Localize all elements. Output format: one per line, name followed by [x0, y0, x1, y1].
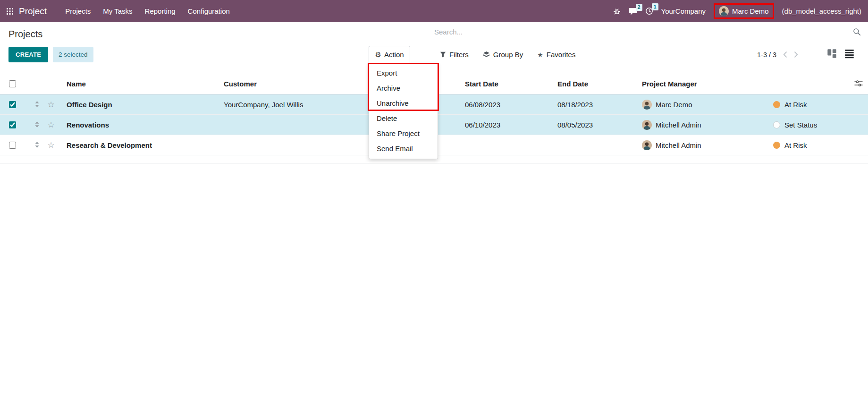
optional-columns-icon[interactable]	[854, 80, 863, 88]
column-header-start-date[interactable]: Start Date	[465, 80, 557, 88]
column-header-name[interactable]: Name	[58, 80, 224, 88]
activities-icon[interactable]: 1	[645, 7, 653, 15]
search-icon[interactable]	[851, 28, 863, 36]
action-export[interactable]: Export	[369, 66, 438, 81]
status-dot[interactable]	[773, 121, 780, 128]
menu-my-tasks[interactable]: My Tasks	[97, 0, 138, 22]
drag-handle-icon[interactable]	[35, 101, 39, 109]
action-dropdown-menu: Export Archive Unarchive Delete Share Pr…	[369, 63, 438, 159]
pager-next-icon[interactable]	[794, 51, 798, 58]
status-label[interactable]: At Risk	[784, 141, 807, 149]
favorite-star-icon[interactable]	[47, 120, 54, 130]
project-start-date: 06/10/2023	[465, 121, 557, 129]
favorite-star-icon[interactable]	[47, 140, 54, 150]
project-end-date: 08/18/2023	[557, 101, 642, 109]
action-unarchive[interactable]: Unarchive	[369, 96, 438, 111]
action-share-project[interactable]: Share Project	[369, 126, 438, 141]
filter-funnel-icon	[440, 51, 446, 58]
project-start-date: 06/08/2023	[465, 101, 557, 109]
list-view-icon[interactable]	[844, 49, 854, 59]
topbar-right-cluster: 2 1 YourCompany Marc Demo (db_model_acce…	[613, 3, 861, 19]
company-switcher[interactable]: YourCompany	[661, 7, 706, 15]
action-menu-button[interactable]: Action	[369, 46, 410, 63]
bug-icon[interactable]	[613, 8, 621, 15]
status-dot[interactable]	[773, 142, 780, 149]
menu-configuration[interactable]: Configuration	[182, 0, 236, 22]
row-checkbox[interactable]	[9, 142, 16, 149]
search-bar	[434, 25, 863, 39]
drag-handle-icon[interactable]	[35, 141, 39, 149]
group-by-button[interactable]: Group By	[483, 51, 523, 59]
selected-count-badge[interactable]: 2 selected	[53, 47, 93, 62]
menu-projects[interactable]: Projects	[59, 0, 97, 22]
page-title: Projects	[8, 29, 42, 40]
manager-name: Mitchell Admin	[656, 121, 701, 129]
favorites-star-icon	[537, 51, 543, 59]
gear-icon	[375, 51, 381, 59]
pager-previous-icon[interactable]	[783, 51, 787, 58]
row-checkbox[interactable]	[9, 101, 16, 108]
favorite-star-icon[interactable]	[47, 100, 54, 110]
user-name: Marc Demo	[732, 7, 769, 15]
column-header-project-manager[interactable]: Project Manager	[642, 80, 773, 88]
manager-avatar-icon	[642, 140, 652, 150]
kanban-view-icon[interactable]	[827, 49, 837, 59]
db-label: (db_model_access_right)	[782, 7, 861, 15]
drag-handle-icon[interactable]	[35, 121, 39, 129]
app-title[interactable]: Project	[19, 6, 47, 17]
action-delete[interactable]: Delete	[369, 111, 438, 126]
favorites-button[interactable]: Favorites	[537, 51, 575, 59]
manager-avatar-icon	[642, 100, 652, 110]
action-label: Action	[384, 51, 404, 59]
project-name: Renovations	[58, 121, 224, 129]
create-button[interactable]: CREATE	[8, 47, 48, 62]
activities-badge: 1	[652, 3, 658, 10]
menu-reporting[interactable]: Reporting	[139, 0, 182, 22]
project-name: Office Design	[58, 101, 224, 109]
status-label[interactable]: At Risk	[784, 101, 807, 109]
manager-avatar-icon	[642, 120, 652, 130]
top-navbar: Project Projects My Tasks Reporting Conf…	[0, 0, 868, 22]
select-all-checkbox[interactable]	[9, 80, 16, 87]
main-menu: Projects My Tasks Reporting Configuratio…	[59, 0, 236, 22]
pager: 1-3 / 3	[757, 46, 798, 63]
status-dot[interactable]	[773, 101, 780, 108]
user-menu[interactable]: Marc Demo	[714, 3, 774, 19]
messages-badge: 2	[636, 4, 642, 11]
apps-grid-icon[interactable]	[7, 8, 13, 15]
row-checkbox[interactable]	[9, 121, 16, 128]
project-end-date: 08/05/2023	[557, 121, 642, 129]
view-switcher	[827, 49, 854, 59]
filters-button[interactable]: Filters	[440, 51, 469, 59]
pager-range: 1-3 / 3	[757, 51, 776, 59]
status-label[interactable]: Set Status	[784, 121, 817, 129]
project-name: Research & Development	[58, 141, 224, 149]
action-send-email[interactable]: Send Email	[369, 141, 438, 156]
manager-name: Marc Demo	[656, 101, 692, 109]
column-header-end-date[interactable]: End Date	[557, 80, 642, 88]
search-options-bar: Filters Group By Favorites	[440, 46, 575, 63]
layers-icon	[483, 51, 490, 58]
messages-icon[interactable]: 2	[629, 8, 637, 15]
action-archive[interactable]: Archive	[369, 81, 438, 96]
search-input[interactable]	[434, 28, 851, 36]
manager-name: Mitchell Admin	[656, 141, 701, 149]
user-avatar-icon	[719, 6, 729, 16]
